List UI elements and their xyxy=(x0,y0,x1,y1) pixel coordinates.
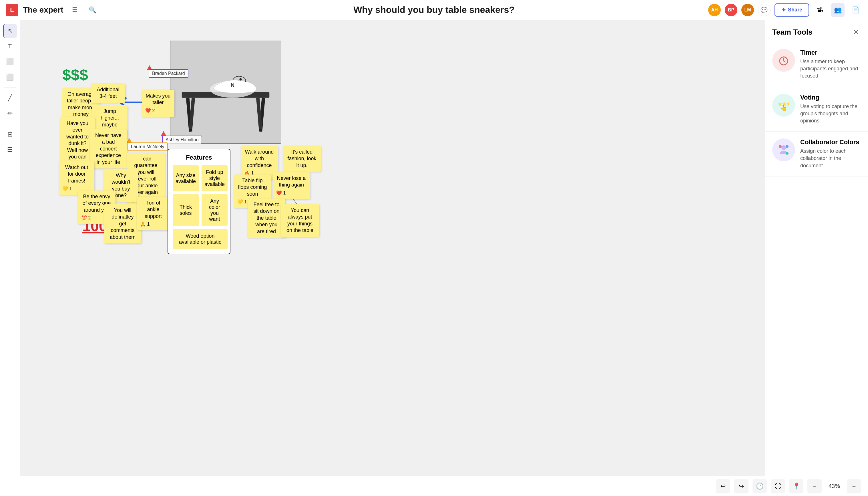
left-toolbar: ↖ T ⬜ ⬜ ╱ ✏ ⊞ ☰ xyxy=(0,20,20,476)
location-button[interactable]: 📍 xyxy=(789,479,803,493)
svg-point-17 xyxy=(786,152,789,155)
collab-icon-box xyxy=(772,138,795,161)
svg-text:N: N xyxy=(231,82,235,88)
collab-desc: Assign color to each collaborator in the… xyxy=(800,148,861,169)
feature-any-size: Any size available xyxy=(173,165,199,191)
sticky-reaction: ❤️ 1 xyxy=(276,190,306,196)
name-tag-braden: Braden Packard xyxy=(149,69,189,78)
line-tool[interactable]: ╱ xyxy=(3,91,17,105)
app-logo: L xyxy=(6,4,18,16)
panel-item-collab[interactable]: Collaborator Colors Assign color to each… xyxy=(765,131,868,176)
redo-button[interactable]: ↪ xyxy=(734,479,749,493)
panel-item-voting[interactable]: ⭐⭐⭐ 👆 Voting Use voting to capture the g… xyxy=(765,87,868,132)
sticky-reaction: ❤️ 2 xyxy=(145,108,171,114)
timer-desc: Use a timer to keep participants engaged… xyxy=(800,58,861,80)
right-panel: Team Tools ✕ Timer Use a timer to keep p… xyxy=(765,20,868,476)
collab-title: Collaborator Colors xyxy=(800,138,861,146)
sticky-s6[interactable]: Makes you taller ❤️ 2 xyxy=(142,90,174,117)
fullscreen-button[interactable]: ⛶ xyxy=(771,479,785,493)
team-tools-button[interactable]: 👥 xyxy=(831,3,845,17)
sticky-text: You will definatley get comments about t… xyxy=(108,207,138,241)
feature-wood: Wood option available or plastic xyxy=(173,229,228,249)
draw-tool[interactable]: ✏ xyxy=(3,107,17,121)
panel-item-timer[interactable]: Timer Use a timer to keep participants e… xyxy=(765,42,868,87)
sticky-reaction: 🙏 1 xyxy=(140,221,166,228)
topbar-left: L The expert ☰ 🔍 xyxy=(6,3,99,17)
sticky-s2[interactable]: Additional 3-4 feet xyxy=(91,83,125,103)
svg-line-10 xyxy=(784,61,785,62)
features-grid: Any size available Fold up style availab… xyxy=(173,165,225,249)
sticky-s12[interactable]: Ton of ankle support 🙏 1 xyxy=(136,197,170,230)
sticky-text: Makes you taller xyxy=(145,93,171,106)
name-tag-ashley: Ashley Hamilton xyxy=(162,136,202,144)
menu-button[interactable]: ☰ xyxy=(68,3,82,17)
features-title: Features xyxy=(173,154,225,161)
sticky-text: Feel free to sit down on the table when … xyxy=(251,201,282,235)
dollar-signs: $$$ xyxy=(62,66,88,83)
share-button[interactable]: ✈ Share xyxy=(774,3,809,17)
sticky-s17[interactable]: Feel free to sit down on the table when … xyxy=(247,199,285,238)
zoom-out-button[interactable]: − xyxy=(807,479,822,493)
sticky-s14[interactable]: It's called fashion, look it up. xyxy=(283,146,321,172)
app-title: The expert xyxy=(23,5,63,15)
timer-title: Timer xyxy=(800,49,861,56)
feature-fold-up: Fold up style available xyxy=(202,165,228,191)
feature-any-color: Any color you want xyxy=(202,194,228,226)
voting-desc: Use voting to capture the group's though… xyxy=(800,103,861,125)
sticky-s11[interactable]: You will definatley get comments about t… xyxy=(104,204,141,244)
sticky-text: Table flip flops coming soon xyxy=(237,177,268,197)
list-tool[interactable]: ☰ xyxy=(3,143,17,157)
name-tag-lauren: Lauren McNeely xyxy=(128,142,168,151)
canvas[interactable]: $$$ 100 N xyxy=(20,20,765,476)
history-button[interactable]: 🕐 xyxy=(753,479,767,493)
undo-button[interactable]: ↩ xyxy=(716,479,730,493)
svg-text:👆: 👆 xyxy=(780,104,787,111)
timer-icon-box xyxy=(772,49,795,72)
voting-icon: ⭐⭐⭐ 👆 xyxy=(778,99,789,111)
zoom-in-button[interactable]: + xyxy=(847,479,861,493)
sticky-s18[interactable]: You can always put your things on the ta… xyxy=(281,204,319,237)
sticky-s5[interactable]: Never have a bad concert experience in y… xyxy=(90,129,127,169)
voting-text: Voting Use voting to capture the group's… xyxy=(800,94,861,125)
page-title: Why should you buy table sneakers? xyxy=(353,4,515,15)
zoom-level: 43% xyxy=(826,483,843,490)
panel-title: Team Tools xyxy=(772,28,813,36)
chat-button[interactable]: 💬 xyxy=(758,4,771,16)
frame-tool[interactable]: ⬜ xyxy=(3,71,17,84)
svg-point-15 xyxy=(779,145,782,148)
sticky-text: You can always put your things on the ta… xyxy=(284,207,316,234)
features-box: Features Any size available Fold up styl… xyxy=(167,149,230,254)
notes-button[interactable]: 📄 xyxy=(849,3,862,17)
panel-header: Team Tools ✕ xyxy=(765,20,868,42)
voting-icon-box: ⭐⭐⭐ 👆 xyxy=(772,94,795,117)
main-area: ↖ T ⬜ ⬜ ╱ ✏ ⊞ ☰ $$$ 100 xyxy=(0,20,868,476)
svg-point-6 xyxy=(239,78,242,81)
toolbar-divider xyxy=(4,88,16,88)
search-button[interactable]: 🔍 xyxy=(86,4,99,16)
sticky-text: Walk around with confidence xyxy=(244,149,274,169)
avatar-lm: LM xyxy=(741,4,754,16)
select-tool[interactable]: ↖ xyxy=(3,24,17,38)
sticky-text: Have you ever wanted to dunk it? Well no… xyxy=(63,120,92,160)
sticky-s9[interactable]: Watch out for door frames! 💛 1 xyxy=(59,161,94,195)
sticky-text: Never have a bad concert experience in y… xyxy=(93,132,124,166)
shape-tool[interactable]: ⬜ xyxy=(3,55,17,69)
voting-title: Voting xyxy=(800,94,861,101)
top-bar: L The expert ☰ 🔍 Why should you buy tabl… xyxy=(0,0,868,20)
timer-text: Timer Use a timer to keep participants e… xyxy=(800,49,861,80)
timer-icon xyxy=(778,55,789,66)
avatar-bp: BP xyxy=(725,4,737,16)
present-button[interactable]: 📽 xyxy=(813,3,827,17)
panel-close-button[interactable]: ✕ xyxy=(851,27,861,37)
text-tool[interactable]: T xyxy=(3,40,17,53)
svg-point-16 xyxy=(786,145,789,148)
sticky-text: Ton of ankle support xyxy=(140,200,166,220)
table-sneaker-image: N xyxy=(170,41,281,144)
sticky-text: Jump higher... maybe xyxy=(96,108,124,128)
sticky-text: It's called fashion, look it up. xyxy=(287,149,317,169)
sticky-s16[interactable]: Never lose a thing again ❤️ 1 xyxy=(273,172,310,199)
sticky-text: Watch out for door frames! xyxy=(62,164,91,184)
feature-thick-soles: Thick soles xyxy=(173,194,199,226)
sticky-text: Never lose a thing again xyxy=(276,175,306,188)
table-tool[interactable]: ⊞ xyxy=(3,127,17,141)
